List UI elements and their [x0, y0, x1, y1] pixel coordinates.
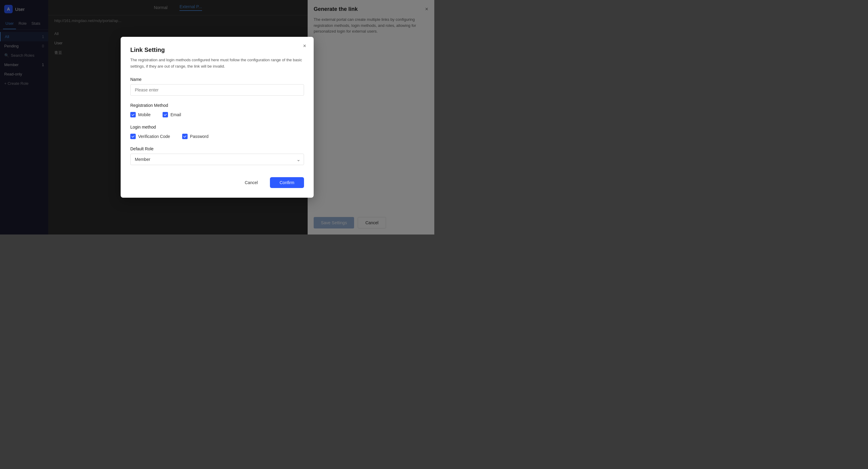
- modal-title: Link Setting: [130, 47, 304, 53]
- modal-footer: Cancel Confirm: [130, 175, 304, 188]
- checkbox-email[interactable]: Email: [162, 112, 181, 117]
- checkbox-mobile-box: [130, 112, 136, 117]
- login-methods-group: Verification Code Password: [130, 134, 304, 139]
- name-input[interactable]: [130, 84, 304, 96]
- link-setting-modal: × Link Setting The registration and logi…: [121, 37, 314, 198]
- checkbox-password[interactable]: Password: [182, 134, 208, 139]
- default-role-wrapper: Member Read-only ⌄: [130, 154, 304, 165]
- checkbox-password-label: Password: [190, 134, 208, 139]
- checkbox-verification-box: [130, 134, 136, 139]
- registration-section-label: Registration Method: [130, 103, 304, 108]
- checkbox-verification-code[interactable]: Verification Code: [130, 134, 170, 139]
- confirm-button[interactable]: Confirm: [270, 177, 304, 188]
- checkbox-email-label: Email: [170, 112, 181, 117]
- checkbox-verification-label: Verification Code: [138, 134, 170, 139]
- login-section-label: Login method: [130, 125, 304, 129]
- cancel-button[interactable]: Cancel: [236, 177, 266, 188]
- checkbox-mobile-label: Mobile: [138, 112, 151, 117]
- checkbox-password-box: [182, 134, 188, 139]
- default-role-select[interactable]: Member Read-only: [130, 154, 304, 165]
- registration-methods-group: Mobile Email: [130, 112, 304, 117]
- default-role-label: Default Role: [130, 146, 304, 151]
- checkbox-mobile[interactable]: Mobile: [130, 112, 151, 117]
- name-label: Name: [130, 77, 304, 82]
- modal-overlay: × Link Setting The registration and logi…: [0, 0, 434, 235]
- modal-description: The registration and login methods confi…: [130, 57, 304, 70]
- checkbox-email-box: [162, 112, 168, 117]
- modal-close-button[interactable]: ×: [300, 42, 309, 50]
